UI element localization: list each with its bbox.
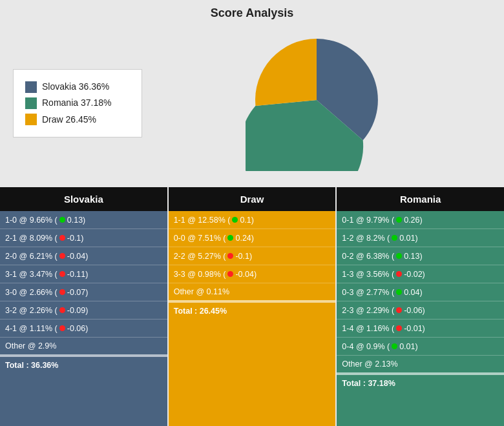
legend-item-draw: Draw 26.45%	[25, 112, 130, 128]
dot-green	[396, 217, 402, 223]
pie-slice-draw	[255, 39, 317, 106]
romania-total-text: Total : 37.18%	[342, 379, 395, 388]
draw-row-2: 2-2 @ 5.27% ( -0.1)	[169, 247, 336, 265]
dot-red	[227, 253, 233, 259]
dot-green	[396, 253, 402, 259]
slovakia-row-2: 2-0 @ 6.21% ( -0.04)	[0, 247, 167, 265]
dot-red	[59, 289, 65, 295]
legend-label-romania: Romania 37.18%	[42, 95, 111, 111]
dot-red	[59, 325, 65, 331]
slovakia-row-4: 3-0 @ 2.66% ( -0.07)	[0, 283, 167, 301]
table-body: 1-0 @ 9.66% ( 0.13) 2-1 @ 8.09% ( -0.1) …	[0, 211, 504, 426]
slovakia-row-1: 2-1 @ 8.09% ( -0.1)	[0, 229, 167, 247]
slovakia-row-6: 4-1 @ 1.11% ( -0.06)	[0, 320, 167, 338]
top-section: Score Analysis Slovakia 36.36% Romania 3…	[0, 0, 504, 187]
pie-chart-area	[142, 29, 491, 171]
draw-row-0: 1-1 @ 12.58% ( 0.1)	[169, 211, 336, 229]
draw-other-text: Other @ 0.11%	[174, 287, 229, 296]
draw-total: Total : 26.45%	[169, 301, 336, 320]
dot-green	[392, 235, 397, 241]
slovakia-total: Total : 36.36%	[0, 356, 167, 374]
legend-color-slovakia	[25, 81, 37, 93]
draw-total-text: Total : 26.45%	[174, 307, 227, 316]
draw-row-1: 0-0 @ 7.51% ( 0.24)	[169, 229, 336, 247]
romania-row-2: 0-2 @ 6.38% ( 0.13)	[337, 247, 504, 265]
pie-chart	[246, 29, 388, 171]
dot-red	[59, 235, 65, 241]
dot-red	[59, 271, 65, 277]
legend-label-slovakia: Slovakia 36.36%	[42, 79, 109, 95]
legend-box: Slovakia 36.36% Romania 37.18% Draw 26.4…	[13, 69, 142, 137]
romania-row-0: 0-1 @ 9.79% ( 0.26)	[337, 211, 504, 229]
romania-row-5: 2-3 @ 2.29% ( -0.06)	[337, 301, 504, 320]
romania-row-7: 0-4 @ 0.9% ( 0.01)	[337, 338, 504, 356]
slovakia-row-0: 1-0 @ 9.66% ( 0.13)	[0, 211, 167, 229]
dot-red	[396, 307, 402, 313]
draw-row-3: 3-3 @ 0.98% ( -0.04)	[169, 265, 336, 283]
col-draw: 1-1 @ 12.58% ( 0.1) 0-0 @ 7.51% ( 0.24) …	[169, 211, 337, 426]
slovakia-row-3: 3-1 @ 3.47% ( -0.11)	[0, 265, 167, 283]
dot-red	[396, 271, 402, 277]
chart-title: Score Analysis	[0, 6, 504, 20]
slovakia-total-text: Total : 36.36%	[5, 361, 58, 370]
header-romania: Romania	[337, 187, 504, 211]
slovakia-other-text: Other @ 2.9%	[5, 341, 56, 350]
dot-green	[396, 289, 402, 295]
page-container: Score Analysis Slovakia 36.36% Romania 3…	[0, 0, 504, 426]
romania-other: Other @ 2.13%	[337, 356, 504, 374]
slovakia-row-0-text: 1-0 @ 9.66% (	[5, 216, 58, 225]
dot-green	[227, 235, 233, 241]
legend-color-draw	[25, 114, 37, 125]
legend-item-slovakia: Slovakia 36.36%	[25, 79, 130, 95]
romania-row-6: 1-4 @ 1.16% ( -0.01)	[337, 320, 504, 338]
header-draw: Draw	[169, 187, 337, 211]
col-slovakia: 1-0 @ 9.66% ( 0.13) 2-1 @ 8.09% ( -0.1) …	[0, 211, 169, 426]
table-headers: Slovakia Draw Romania	[0, 187, 504, 211]
dot-red	[396, 325, 402, 331]
dot-red	[227, 271, 233, 277]
dot-red	[59, 253, 65, 259]
romania-row-3: 1-3 @ 3.56% ( -0.02)	[337, 265, 504, 283]
dot-green	[392, 343, 397, 349]
bottom-section: Slovakia Draw Romania 1-0 @ 9.66% ( 0.13…	[0, 187, 504, 426]
draw-other: Other @ 0.11%	[169, 283, 336, 301]
legend-item-romania: Romania 37.18%	[25, 95, 130, 111]
legend-label-draw: Draw 26.45%	[42, 112, 96, 128]
romania-row-4: 0-3 @ 2.77% ( 0.04)	[337, 283, 504, 301]
legend-color-romania	[25, 97, 37, 109]
dot-red	[59, 307, 65, 313]
romania-other-text: Other @ 2.13%	[342, 360, 397, 369]
romania-total: Total : 37.18%	[337, 374, 504, 392]
romania-row-1: 1-2 @ 8.2% ( 0.01)	[337, 229, 504, 247]
dot-green	[59, 217, 65, 223]
slovakia-row-5: 3-2 @ 2.26% ( -0.09)	[0, 301, 167, 320]
dot-green	[232, 217, 238, 223]
slovakia-other: Other @ 2.9%	[0, 338, 167, 356]
header-slovakia: Slovakia	[0, 187, 169, 211]
col-romania: 0-1 @ 9.79% ( 0.26) 1-2 @ 8.2% ( 0.01) 0…	[337, 211, 504, 426]
